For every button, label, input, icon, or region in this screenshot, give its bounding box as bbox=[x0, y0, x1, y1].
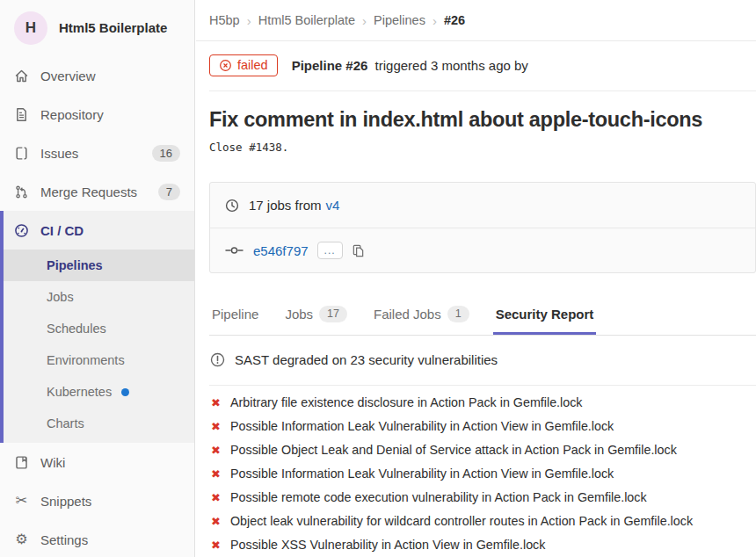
breadcrumb-pipelines[interactable]: Pipelines bbox=[374, 13, 425, 27]
expand-commit-button[interactable]: ... bbox=[317, 242, 343, 259]
failed-x-icon: ✖ bbox=[211, 442, 224, 459]
vulnerability-row[interactable]: ✖ Possible remote code execution vulnera… bbox=[209, 486, 756, 510]
tab-security-report[interactable]: Security Report bbox=[493, 295, 597, 335]
breadcrumb: H5bp › Html5 Boilerplate › Pipelines › #… bbox=[196, 0, 756, 41]
vulnerability-row[interactable]: ✖ Possible Information Leak Vulnerabilit… bbox=[209, 462, 756, 486]
vulnerability-text: Object leak vulnerability for wildcard c… bbox=[230, 513, 693, 530]
tab-jobs[interactable]: Jobs 17 bbox=[282, 295, 350, 335]
project-sidebar: H Html5 Boilerplate Overview Repository … bbox=[0, 0, 195, 557]
sidebar-item-repository[interactable]: Repository bbox=[0, 95, 194, 134]
failed-x-icon: ✖ bbox=[211, 394, 224, 411]
merge-request-icon bbox=[14, 184, 29, 199]
vulnerability-row[interactable]: ✖ Object leak vulnerability for wildcard… bbox=[209, 510, 756, 533]
status-badge-label: failed bbox=[237, 58, 268, 72]
breadcrumb-separator: › bbox=[433, 13, 437, 28]
ref-link[interactable]: v4 bbox=[326, 198, 340, 213]
failed-x-icon: ✖ bbox=[211, 513, 224, 530]
vulnerability-text: Possible Object Leak and Denial of Servi… bbox=[230, 442, 677, 459]
clock-icon bbox=[225, 199, 239, 213]
sidebar-item-label: Settings bbox=[40, 532, 88, 547]
sidebar-subitem-label: Kubernetes bbox=[47, 385, 112, 399]
sidebar-subitem-label: Environments bbox=[47, 353, 125, 367]
tab-label: Pipeline bbox=[212, 307, 258, 322]
project-name: Html5 Boilerplate bbox=[59, 20, 167, 36]
main-content: H5bp › Html5 Boilerplate › Pipelines › #… bbox=[196, 0, 756, 557]
sidebar-subitem-label: Jobs bbox=[47, 290, 74, 304]
vulnerability-row[interactable]: ✖ Possible Object Leak and Denial of Ser… bbox=[209, 438, 756, 462]
sidebar-item-label: Repository bbox=[40, 107, 104, 122]
sidebar-item-settings[interactable]: ⚙ Settings bbox=[0, 520, 194, 557]
tab-label: Failed Jobs bbox=[374, 307, 441, 322]
vulnerability-row[interactable]: ✖ Possible Information Leak Vulnerabilit… bbox=[209, 415, 756, 438]
sidebar-subitem-label: Charts bbox=[47, 416, 84, 430]
issues-icon bbox=[14, 146, 29, 161]
breadcrumb-current: #26 bbox=[444, 13, 465, 27]
jobs-count-text: 17 jobs from bbox=[249, 198, 322, 213]
pipeline-number: Pipeline #26 bbox=[292, 58, 368, 73]
sidebar-item-wiki[interactable]: Wiki bbox=[0, 443, 194, 481]
sidebar-subitem-label: Pipelines bbox=[47, 258, 103, 272]
mr-count-badge: 7 bbox=[158, 184, 180, 200]
breadcrumb-separator: › bbox=[362, 13, 367, 28]
sidebar-item-cicd[interactable]: CI / CD bbox=[4, 211, 194, 250]
tab-label: Jobs bbox=[285, 307, 313, 322]
project-avatar: H bbox=[14, 11, 47, 45]
tab-pipeline[interactable]: Pipeline bbox=[209, 295, 261, 335]
sidebar-subitem-label: Schedules bbox=[47, 322, 106, 336]
sidebar-item-label: CI / CD bbox=[40, 223, 84, 238]
sidebar-subitem-pipelines[interactable]: Pipelines bbox=[4, 250, 194, 281]
alert-icon bbox=[210, 352, 225, 367]
vulnerability-text: Possible Information Leak Vulnerability … bbox=[230, 418, 614, 435]
jobs-count-badge: 17 bbox=[319, 306, 347, 322]
failed-jobs-count-badge: 1 bbox=[447, 306, 469, 322]
failed-icon bbox=[219, 59, 232, 72]
status-badge: failed bbox=[209, 54, 278, 76]
sidebar-subitem-kubernetes[interactable]: Kubernetes bbox=[4, 376, 194, 408]
issues-count-badge: 16 bbox=[152, 145, 180, 162]
breadcrumb-separator: › bbox=[247, 13, 251, 28]
tab-label: Security Report bbox=[496, 307, 594, 322]
sidebar-subitem-jobs[interactable]: Jobs bbox=[4, 281, 194, 313]
vulnerability-text: Possible Information Leak Vulnerability … bbox=[230, 466, 614, 482]
sidebar-item-label: Snippets bbox=[40, 494, 91, 509]
vulnerability-list: ✖ Arbitrary file existence disclosure in… bbox=[209, 386, 756, 557]
pipeline-tabs: Pipeline Jobs 17 Failed Jobs 1 Security … bbox=[209, 295, 756, 336]
breadcrumb-project[interactable]: Html5 Boilerplate bbox=[258, 13, 355, 27]
sidebar-item-issues[interactable]: Issues 16 bbox=[0, 134, 194, 172]
vulnerability-text: Possible XSS Vulnerability in Action Vie… bbox=[230, 537, 545, 553]
commit-info-row: e546f797 ... bbox=[210, 228, 755, 272]
breadcrumb-group[interactable]: H5bp bbox=[209, 13, 240, 27]
vulnerability-text: Possible remote code execution vulnerabi… bbox=[230, 489, 647, 506]
commit-sha-link[interactable]: e546f797 bbox=[253, 243, 309, 258]
wiki-icon bbox=[14, 455, 29, 470]
sidebar-subitem-schedules[interactable]: Schedules bbox=[4, 313, 194, 344]
sidebar-subitem-charts[interactable]: Charts bbox=[4, 408, 194, 439]
vulnerability-row[interactable]: ✖ Possible XSS Vulnerability in Action V… bbox=[209, 533, 756, 557]
sidebar-item-snippets[interactable]: ✂ Snippets bbox=[0, 481, 194, 520]
commit-message: Close #1438. bbox=[209, 141, 756, 154]
copy-commit-icon[interactable] bbox=[352, 244, 365, 257]
document-icon bbox=[14, 107, 29, 122]
failed-x-icon: ✖ bbox=[211, 537, 224, 553]
sast-summary-text: SAST degraded on 23 security vulnerabili… bbox=[235, 352, 498, 367]
failed-x-icon: ✖ bbox=[211, 418, 224, 435]
sidebar-item-label: Overview bbox=[40, 69, 96, 83]
sidebar-item-merge-requests[interactable]: Merge Requests 7 bbox=[0, 172, 194, 211]
sidebar-item-overview[interactable]: Overview bbox=[0, 56, 194, 95]
pipeline-trigger-text: Pipeline #26 triggered 3 months ago by bbox=[292, 58, 528, 73]
jobs-info-row: 17 jobs from v4 bbox=[210, 183, 755, 228]
failed-x-icon: ✖ bbox=[211, 489, 224, 506]
sidebar-subitem-environments[interactable]: Environments bbox=[4, 344, 194, 376]
pipeline-status-row: failed Pipeline #26 triggered 3 months a… bbox=[209, 41, 756, 91]
page-title: Fix comment in index.html about apple-to… bbox=[209, 107, 756, 132]
gear-icon: ⚙ bbox=[14, 532, 29, 547]
failed-x-icon: ✖ bbox=[211, 466, 224, 482]
gauge-icon bbox=[14, 223, 29, 238]
tab-failed-jobs[interactable]: Failed Jobs 1 bbox=[371, 295, 472, 335]
sidebar-item-label: Merge Requests bbox=[40, 184, 137, 199]
vulnerability-row[interactable]: ✖ Arbitrary file existence disclosure in… bbox=[209, 391, 756, 415]
home-icon bbox=[14, 69, 29, 83]
kubernetes-notification-dot bbox=[121, 388, 129, 396]
project-header[interactable]: H Html5 Boilerplate bbox=[0, 0, 194, 56]
vulnerability-text: Arbitrary file existence disclosure in A… bbox=[230, 394, 582, 411]
